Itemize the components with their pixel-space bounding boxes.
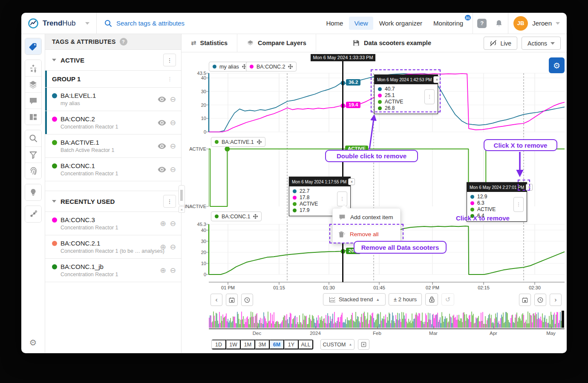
pan-left-button[interactable]: ‹	[210, 294, 222, 306]
scooter-menu-button[interactable]: ⋮	[337, 192, 347, 206]
avatar[interactable]: JB	[513, 16, 528, 31]
nav-monitoring[interactable]: Monitoring 31	[428, 17, 468, 30]
history-button[interactable]: ↺	[441, 293, 454, 306]
range-button-1m[interactable]: 1M	[241, 340, 255, 349]
remove-tag-icon[interactable]: ⊖	[170, 143, 176, 150]
visibility-eye-icon[interactable]	[158, 143, 166, 149]
legend-chip-ba-active-1[interactable]: BA:ACTIVE.1	[211, 137, 265, 147]
move-icon[interactable]	[288, 64, 293, 69]
calendar-start-button[interactable]	[226, 294, 238, 306]
trend-mode-dropdown[interactable]: Stacked trend ▲	[323, 293, 386, 306]
statistics-tab[interactable]: ⇄ Statistics	[182, 34, 237, 52]
collapse-chevron-icon[interactable]	[52, 200, 56, 203]
tag-row-ba-level-1[interactable]: BA:LEVEL.1 my alias ⊖	[45, 88, 181, 111]
scooter-menu-button[interactable]: ⋮	[513, 197, 524, 212]
add-tag-icon[interactable]: ⊕	[160, 220, 166, 227]
rail-filter-button[interactable]	[25, 146, 41, 163]
legend-chip-ba-conc-2[interactable]: BA:CONC.2	[246, 62, 297, 71]
compare-layers-tab[interactable]: Compare Layers	[237, 34, 316, 52]
series-dot	[293, 189, 297, 193]
close-icon[interactable]: ×	[526, 184, 533, 191]
live-button[interactable]: Live	[484, 37, 517, 50]
timeline-overview-strip[interactable]	[209, 311, 565, 328]
timeline-rail[interactable]	[209, 328, 565, 329]
rail-calculations-button[interactable]	[25, 60, 41, 76]
data-scooter-tooltip-1[interactable]: Mon 6 May 2024 1:42:53 PM× 40.7 25.1 ACT…	[374, 74, 438, 114]
comment-icon	[29, 97, 37, 105]
visibility-eye-icon[interactable]	[158, 97, 166, 102]
nav-view[interactable]: View	[349, 17, 373, 30]
legend-chip-ba-conc-1[interactable]: BA:CONC.1	[211, 212, 262, 221]
user-menu-chevron-icon[interactable]	[556, 22, 560, 25]
recent-row-ba-conc-2-1[interactable]: BA:CONC.2.1 Concentration Reactor 1 (to …	[45, 235, 181, 259]
calendar-end-button[interactable]	[519, 294, 531, 306]
range-button-3m[interactable]: 3M	[255, 340, 270, 349]
rail-layers-button[interactable]	[25, 76, 41, 92]
active-section-header: ACTIVE ⋮	[45, 50, 181, 71]
group-row[interactable]: GROUP 1 ⋮	[45, 71, 181, 88]
range-button-1d[interactable]: 1D	[212, 340, 226, 349]
range-button-1w[interactable]: 1W	[226, 340, 241, 349]
close-icon[interactable]: ×	[348, 178, 355, 185]
active-section-menu-button[interactable]: ⋮	[163, 54, 176, 66]
collapse-chevron-icon[interactable]	[52, 59, 56, 61]
menu-item-remove-all[interactable]: Remove all	[333, 226, 400, 243]
custom-range-button[interactable]: CUSTOM ▲	[320, 339, 355, 350]
move-icon[interactable]	[257, 140, 262, 144]
rail-fingerprint-button[interactable]	[25, 163, 41, 179]
chart-settings-button[interactable]: ⚙	[549, 57, 565, 73]
help-button[interactable]: ?	[474, 15, 490, 31]
remove-tag-icon[interactable]: ⊖	[170, 267, 176, 274]
recently-used-menu-button[interactable]: ⋮	[163, 195, 176, 208]
drag-grip-icon[interactable]	[179, 185, 185, 206]
remove-tag-icon[interactable]: ⊖	[170, 220, 176, 227]
visibility-eye-icon[interactable]	[158, 120, 166, 126]
cursor-time-flag[interactable]: Mon 6 May 2024 1:33:33 PM	[311, 54, 375, 61]
rail-tags-button[interactable]	[25, 38, 41, 54]
time-end-button[interactable]	[534, 294, 546, 306]
visibility-eye-icon[interactable]	[158, 167, 166, 172]
menu-item-add-context-item[interactable]: Add context item	[333, 209, 400, 226]
range-button-6m[interactable]: 6M	[270, 340, 284, 349]
tag-row-ba-active-1[interactable]: BA:ACTIVE.1 Batch Active Reactor 1 ⊖	[45, 134, 181, 158]
notifications-button[interactable]	[491, 15, 507, 31]
remove-tag-icon[interactable]: ⊖	[170, 243, 176, 251]
remove-tag-icon[interactable]: ⊖	[170, 96, 176, 103]
time-window-button[interactable]: ± 2 hours	[389, 293, 422, 306]
panel-resize-handle[interactable]: ×	[179, 185, 185, 213]
settings-gear-icon[interactable]: ⚙	[29, 337, 37, 348]
recent-row-ba-conc-1-jb[interactable]: BA:CONC.1_jb Concentration Reactor 1 ⊕⊖	[45, 259, 181, 282]
recent-row-ba-conc-3[interactable]: BA:CONC.3 Concentration Reactor 1 ⊕⊖	[45, 212, 181, 235]
range-button-1y[interactable]: 1Y	[284, 340, 299, 349]
add-tag-icon[interactable]: ⊕	[160, 267, 166, 274]
collapse-panel-button[interactable]: ×	[179, 206, 185, 213]
rail-dashboard-button[interactable]	[25, 109, 41, 125]
scooter-menu-button[interactable]: ⋮	[424, 89, 435, 104]
tag-row-ba-conc-2[interactable]: BA:CONC.2 Concentration Reactor 1 ⊖	[45, 111, 181, 134]
tag-row-ba-conc-1[interactable]: BA:CONC.1 Concentration Reactor 1 ⊖	[45, 158, 181, 181]
rail-recommendations-button[interactable]	[25, 184, 41, 200]
range-button-all[interactable]: ALL	[299, 340, 313, 349]
panel-help-icon[interactable]: ?	[120, 38, 127, 46]
nav-work-organizer[interactable]: Work organizer	[374, 17, 427, 30]
global-search[interactable]: Search tags & attributes	[97, 20, 321, 27]
remove-tag-icon[interactable]: ⊖	[170, 119, 176, 126]
move-icon[interactable]	[253, 214, 258, 219]
lock-timespan-button[interactable]	[425, 293, 438, 306]
app-logo[interactable]: TrendHub	[21, 18, 96, 29]
close-icon[interactable]: ×	[433, 76, 440, 83]
group-menu-button[interactable]: ⋮	[164, 76, 176, 82]
context-display-button[interactable]	[358, 339, 369, 350]
remove-tag-icon[interactable]: ⊖	[170, 166, 176, 173]
actions-button[interactable]: Actions	[522, 37, 561, 50]
chevron-down-icon[interactable]	[85, 22, 89, 25]
rail-comments-button[interactable]	[25, 92, 41, 109]
rail-context-items-button[interactable]	[25, 206, 41, 222]
cursor-line[interactable]	[342, 61, 343, 282]
time-start-button[interactable]	[241, 294, 253, 306]
pan-right-button[interactable]: ›	[550, 294, 562, 306]
rail-search-button[interactable]	[25, 130, 41, 146]
legend-chip-my-alias[interactable]: my alias	[209, 62, 251, 71]
nav-home[interactable]: Home	[321, 17, 348, 30]
add-tag-icon[interactable]: ⊕	[160, 243, 166, 251]
